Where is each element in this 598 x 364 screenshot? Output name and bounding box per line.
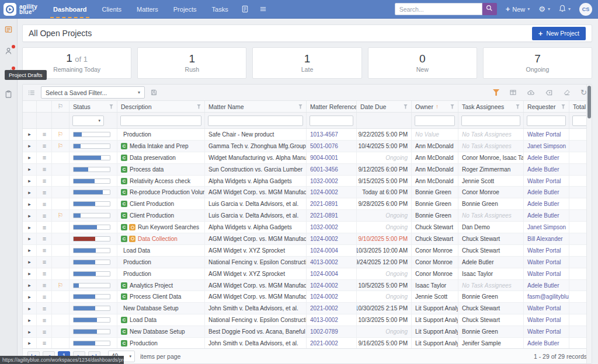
requester-link[interactable]: Adele Butler	[527, 201, 559, 207]
nav-clients[interactable]: Clients	[94, 0, 129, 19]
row-menu-icon[interactable]: ≡	[43, 305, 46, 312]
expand-row-icon[interactable]: ▸	[28, 166, 31, 172]
my-tasks-icon[interactable]	[4, 46, 13, 56]
user-avatar[interactable]: CS	[579, 3, 592, 16]
nav-matters[interactable]: Matters	[129, 0, 166, 19]
requester-link[interactable]: Walter Portal	[527, 317, 561, 323]
export-icon[interactable]	[527, 89, 535, 96]
project-description[interactable]: Production	[123, 259, 151, 265]
row-menu-icon[interactable]: ≡	[43, 224, 46, 231]
stat-card-ongoing[interactable]: 7 Ongoing	[483, 47, 592, 79]
matter-reference-link[interactable]: 1024-0004	[310, 271, 338, 277]
menu-icon[interactable]	[254, 5, 272, 13]
table-row[interactable]: ▸ ≡ ⚐ CNew Database Setup Best Doggie Fo…	[23, 326, 592, 338]
row-menu-icon[interactable]: ≡	[43, 340, 46, 346]
expand-row-icon[interactable]: ▸	[28, 131, 31, 137]
requester-filter-input[interactable]	[527, 116, 566, 126]
header-matter-name[interactable]: Matter Name	[205, 101, 307, 112]
expand-row-icon[interactable]: ▸	[28, 340, 31, 346]
project-description[interactable]: Process data	[130, 166, 164, 173]
row-menu-icon[interactable]: ≡	[43, 201, 46, 208]
table-row[interactable]: ▸ ≡ ⚐ CProcess Client Data AGM Widget Co…	[23, 291, 592, 303]
expand-row-icon[interactable]: ▸	[28, 143, 31, 149]
filter-icon[interactable]	[561, 104, 565, 109]
matter-reference-link[interactable]: 1024-0004	[310, 247, 338, 254]
filter-icon[interactable]	[197, 104, 201, 109]
forms-icon[interactable]	[236, 5, 254, 13]
expand-row-icon[interactable]: ▸	[28, 155, 31, 160]
vertical-scrollbar[interactable]	[586, 85, 592, 363]
owner-filter-input[interactable]	[415, 116, 455, 126]
nav-dashboard[interactable]: Dashboard	[46, 0, 94, 19]
project-description[interactable]: New Database Setup	[123, 305, 179, 312]
header-date-due[interactable]: Date Due	[357, 101, 412, 112]
header-matter-reference[interactable]: Matter Reference	[307, 101, 357, 112]
scrollbar-thumb[interactable]	[587, 86, 591, 118]
search-input[interactable]	[395, 3, 482, 15]
expand-row-icon[interactable]: ▸	[28, 236, 31, 242]
table-row[interactable]: ▸ ≡ ⚐ CClient Production Luis Garcia v. …	[23, 198, 592, 210]
nav-tasks[interactable]: Tasks	[204, 0, 236, 19]
requester-link[interactable]: Walter Portal	[527, 328, 561, 335]
matter-reference-link[interactable]: 1032-0002	[310, 224, 338, 230]
requester-link[interactable]: Walter Portal	[527, 305, 561, 312]
new-project-button[interactable]: + New Project	[532, 27, 586, 40]
table-row[interactable]: ▸ ≡ ⚐ CMedia Intake and Prep Gamma Tech …	[23, 141, 592, 152]
expand-row-icon[interactable]: ▸	[28, 190, 31, 195]
project-description[interactable]: Process Client Data	[130, 293, 181, 300]
requester-link[interactable]: Adele Butler	[527, 212, 559, 219]
header-status[interactable]: Status	[69, 101, 117, 112]
row-menu-icon[interactable]: ≡	[43, 166, 46, 173]
table-row[interactable]: ▸ ≡ ⚐ CRun Keyword Searches Alpha Widget…	[23, 222, 592, 233]
table-row[interactable]: ▸ ≡ ⚐ CData preservation Widget Manufact…	[23, 152, 592, 164]
requester-link[interactable]: Adele Butler	[527, 166, 559, 173]
eraser-icon[interactable]	[563, 89, 571, 96]
row-menu-icon[interactable]: ≡	[43, 154, 46, 161]
project-description[interactable]: Re-produce Production Volume	[130, 189, 205, 195]
stat-card-new[interactable]: 0 New	[368, 47, 477, 79]
expand-row-icon[interactable]: ▸	[28, 306, 31, 312]
requester-link[interactable]: Adele Butler	[527, 155, 559, 161]
expand-row-icon[interactable]: ▸	[28, 178, 31, 184]
matter-reference-link[interactable]: 1002-0789	[310, 328, 338, 335]
header-flag[interactable]: ⚐	[52, 101, 69, 112]
clear-filter-icon[interactable]	[545, 89, 553, 96]
matter-reference-link[interactable]: 1024-0002	[310, 282, 338, 289]
matter-reference-link[interactable]: 4013-0002	[310, 317, 338, 323]
project-description[interactable]: Client Production	[130, 201, 174, 207]
project-description[interactable]: Relativity Access check	[130, 178, 190, 184]
notifications-menu[interactable]: ▾	[559, 5, 571, 13]
matter-reference-link[interactable]: 1024-0002	[310, 236, 338, 242]
row-menu-icon[interactable]: ≡	[43, 282, 46, 289]
matter-reference-link[interactable]: 2021-0891	[310, 212, 338, 219]
requester-link[interactable]: Janet Simpson	[527, 224, 566, 230]
expand-row-icon[interactable]: ▸	[28, 294, 31, 300]
table-row[interactable]: ▸ ≡ ⚐ CRe-produce Production Volume AGM …	[23, 187, 592, 198]
requester-link[interactable]: Bill Alexander	[527, 236, 563, 242]
expand-row-icon[interactable]: ▸	[28, 259, 31, 265]
filter-icon[interactable]	[109, 104, 113, 109]
matter-reference-link[interactable]: 1024-0002	[310, 189, 338, 195]
settings-menu[interactable]: ⚙ ▾	[538, 5, 550, 13]
nav-projects[interactable]: Projects	[166, 0, 204, 19]
row-menu-icon[interactable]: ≡	[43, 131, 46, 138]
clipboard-icon[interactable]	[4, 89, 13, 99]
description-filter-input[interactable]	[120, 116, 201, 126]
project-description[interactable]: Data preservation	[130, 155, 176, 161]
requester-link[interactable]: Adele Butler	[527, 189, 559, 195]
table-row[interactable]: ▸ ≡ ⚐ CData Collection AGM Widget Corp. …	[23, 233, 592, 245]
row-menu-icon[interactable]: ≡	[43, 317, 46, 324]
row-menu-icon[interactable]: ≡	[43, 247, 46, 254]
row-menu-icon[interactable]: ≡	[43, 235, 46, 242]
matter-reference-link[interactable]: 5001-0076	[310, 143, 338, 149]
dashboard-list-icon[interactable]	[4, 24, 13, 34]
header-description[interactable]: Description	[117, 101, 205, 112]
requester-link[interactable]: Adele Butler	[527, 282, 559, 289]
project-description[interactable]: Production	[123, 271, 151, 277]
expand-row-icon[interactable]: ▸	[28, 201, 31, 207]
save-filter-icon[interactable]	[150, 89, 158, 96]
requester-link[interactable]: Walter Portal	[527, 271, 561, 277]
expand-row-icon[interactable]: ▸	[28, 213, 31, 219]
requester-link[interactable]: Walter Portal	[527, 131, 561, 138]
filter-icon[interactable]	[404, 104, 408, 109]
